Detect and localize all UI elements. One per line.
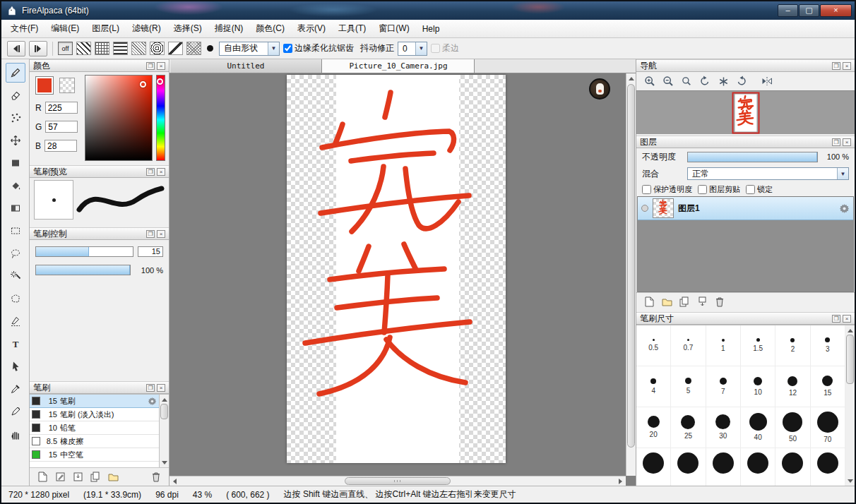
brush-size-slider[interactable] [35, 246, 133, 257]
current-color-swatch[interactable] [35, 76, 54, 95]
pattern-diagonal-line-button[interactable] [168, 42, 183, 55]
rotate-cw-icon[interactable] [735, 75, 748, 88]
select-pen-tool-icon[interactable] [6, 311, 25, 331]
pen-tool-icon[interactable] [6, 402, 25, 421]
menu-item[interactable]: 表示(V) [291, 20, 332, 37]
brush-list-scrollbar[interactable] [160, 395, 169, 467]
blue-value-field[interactable] [44, 140, 77, 152]
navigator-view-rectangle[interactable] [732, 92, 759, 133]
lock-checkbox[interactable]: 锁定 [746, 184, 773, 195]
panel-close-icon[interactable]: × [157, 168, 165, 176]
layer-visibility-icon[interactable] [641, 205, 648, 212]
brush-size-cell[interactable]: 10 [741, 366, 775, 407]
brush-settings-gear-icon[interactable] [148, 397, 157, 406]
scroll-left-icon[interactable] [170, 476, 179, 486]
brush-size-cell[interactable] [671, 448, 706, 486]
pattern-mesh-button[interactable] [186, 42, 201, 55]
merge-down-icon[interactable] [696, 296, 708, 308]
panel-close-icon[interactable]: × [157, 62, 165, 70]
edit-brush-icon[interactable] [54, 472, 66, 483]
navigator-view[interactable] [636, 90, 855, 134]
menu-item[interactable]: 文件(F) [4, 20, 44, 37]
shape-tool-icon[interactable] [6, 153, 25, 173]
canvas-tab[interactable]: Untitled [170, 59, 322, 73]
panel-float-icon[interactable]: ❐ [146, 62, 155, 70]
brush-size-cell[interactable]: 25 [671, 407, 706, 448]
brush-size-cell[interactable]: 50 [775, 407, 810, 448]
brush-size-cell[interactable]: 70 [811, 407, 845, 448]
gradient-tool-icon[interactable] [6, 198, 25, 218]
menu-item[interactable]: 选择(S) [167, 20, 208, 37]
prev-button[interactable] [7, 41, 25, 56]
duplicate-brush-icon[interactable] [90, 472, 101, 483]
brush-size-cell[interactable]: 4 [636, 366, 671, 407]
sv-cursor[interactable] [140, 81, 146, 88]
scroll-thumb[interactable] [345, 477, 451, 485]
brush-list-item[interactable]: 10铅笔 [30, 421, 159, 435]
menu-item[interactable]: 工具(T) [332, 20, 372, 37]
brush-tip-dot-icon[interactable] [207, 45, 213, 52]
delete-layer-icon[interactable] [714, 296, 725, 308]
flip-horizontal-icon[interactable] [761, 75, 773, 88]
layer-row[interactable]: 图层1 [638, 197, 853, 220]
brush-size-cell[interactable]: 40 [741, 407, 775, 448]
green-value-field[interactable] [45, 121, 78, 133]
bucket-fill-tool-icon[interactable] [6, 176, 25, 196]
add-brush-icon[interactable] [37, 472, 48, 483]
panel-float-icon[interactable]: ❐ [832, 315, 840, 323]
object-select-tool-icon[interactable] [6, 356, 25, 376]
panel-float-icon[interactable]: ❐ [146, 384, 155, 392]
brush-size-cell[interactable]: 0.7 [671, 325, 706, 366]
pattern-horizontal-lines-button[interactable] [113, 42, 128, 55]
canvas-viewport[interactable] [170, 73, 626, 476]
move-tool-icon[interactable] [6, 131, 25, 150]
select-rectangle-tool-icon[interactable] [6, 221, 25, 241]
red-value-field[interactable] [45, 102, 78, 114]
scroll-up-icon[interactable] [845, 325, 855, 334]
brush-size-cell[interactable]: 3 [811, 325, 845, 366]
pattern-grid-button[interactable] [95, 42, 109, 55]
clipping-input[interactable] [698, 185, 707, 194]
panel-close-icon[interactable]: × [843, 138, 851, 146]
canvas-tab[interactable]: Picture_10_Camera.jpg [322, 59, 475, 73]
saturation-value-picker[interactable] [85, 75, 153, 161]
brush-size-value-box[interactable]: 15 [138, 246, 163, 257]
zoom-out-icon[interactable] [662, 75, 674, 88]
brush-size-cell[interactable]: 15 [811, 366, 845, 407]
menu-item[interactable]: Help [416, 21, 446, 37]
magic-wand-tool-icon[interactable] [6, 266, 25, 286]
duplicate-layer-icon[interactable] [679, 296, 690, 308]
document-canvas[interactable] [287, 75, 506, 463]
brush-size-cell[interactable]: 30 [706, 407, 741, 448]
brush-folder-icon[interactable] [107, 472, 119, 483]
panel-float-icon[interactable]: ❐ [146, 230, 155, 238]
scroll-down-icon[interactable] [160, 459, 169, 467]
panel-close-icon[interactable]: × [843, 315, 851, 323]
pattern-off-button[interactable]: off [58, 42, 73, 55]
canvas-drawing[interactable] [287, 75, 506, 463]
menu-item[interactable]: 窗口(W) [372, 20, 415, 37]
eyedropper-tool-icon[interactable] [6, 379, 25, 399]
layer-opacity-slider[interactable] [687, 152, 818, 162]
panel-float-icon[interactable]: ❐ [832, 62, 840, 70]
panel-float-icon[interactable]: ❐ [832, 138, 840, 146]
maximize-button[interactable]: ▢ [799, 4, 819, 17]
scroll-up-icon[interactable] [626, 73, 636, 83]
hue-cursor[interactable] [157, 78, 163, 85]
brush-size-cell[interactable] [706, 448, 741, 486]
clipping-checkbox[interactable]: 图层剪贴 [698, 184, 740, 195]
brush-list-item[interactable]: 15笔刷 [30, 395, 159, 408]
next-button[interactable] [29, 41, 47, 56]
panel-close-icon[interactable]: × [157, 384, 165, 392]
blend-mode-dropdown[interactable]: 正常 ▼ [687, 167, 849, 180]
brush-size-cell[interactable]: 20 [636, 407, 671, 448]
menu-item[interactable]: 编辑(E) [44, 20, 85, 37]
antialias-checkbox-input[interactable] [283, 44, 292, 53]
save-brush-icon[interactable] [72, 472, 83, 483]
brush-list-item[interactable]: 15中空笔 [30, 448, 159, 462]
transparent-color-swatch[interactable] [59, 78, 75, 93]
new-folder-icon[interactable] [661, 296, 672, 308]
brush-size-cell[interactable] [636, 448, 671, 486]
scroll-thumb[interactable] [627, 84, 635, 448]
scroll-down-icon[interactable] [845, 477, 855, 486]
